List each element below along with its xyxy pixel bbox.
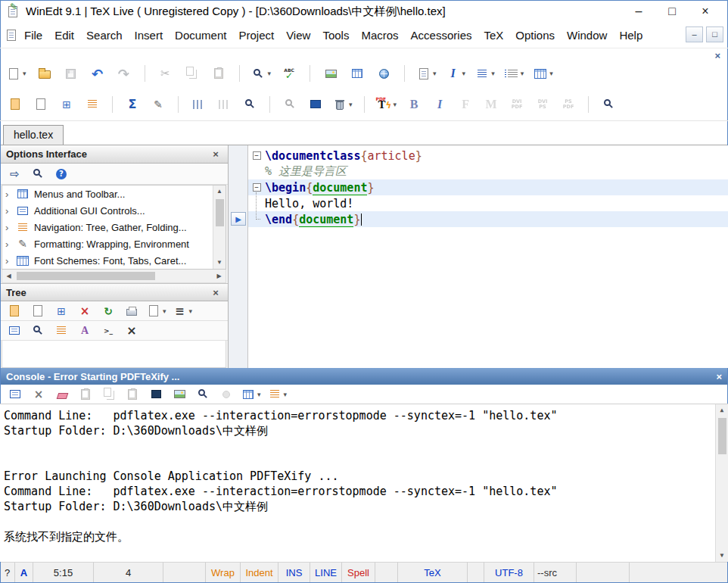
options-list-item[interactable]: ›Menus and Toolbar... bbox=[2, 186, 226, 202]
status-insert-mode[interactable]: INS bbox=[278, 563, 310, 583]
document-snippets-button[interactable]: ▾ bbox=[415, 63, 439, 84]
list-environment-button[interactable]: ▾ bbox=[502, 63, 527, 84]
console-background-button[interactable] bbox=[145, 384, 166, 405]
status-line-mode[interactable]: LINE bbox=[310, 563, 342, 583]
dropdown-arrow-icon[interactable]: ▾ bbox=[349, 101, 353, 108]
options-panel-close-icon[interactable]: × bbox=[210, 148, 222, 160]
tree-new-button[interactable] bbox=[4, 301, 25, 322]
scroll-up-icon[interactable]: ▲ bbox=[213, 186, 226, 198]
options-help-button[interactable]: ? bbox=[51, 164, 72, 185]
menu-view[interactable]: View bbox=[280, 25, 316, 45]
find-in-files-button[interactable] bbox=[239, 94, 260, 115]
tree-close-doc-button[interactable]: × bbox=[121, 320, 142, 341]
dropdown-arrow-icon[interactable]: ▾ bbox=[284, 391, 288, 398]
expander-icon[interactable]: › bbox=[5, 205, 11, 217]
menu-edit[interactable]: Edit bbox=[48, 25, 80, 45]
internet-button[interactable] bbox=[373, 63, 394, 84]
dropdown-arrow-icon[interactable]: ▾ bbox=[549, 70, 553, 77]
console-vertical-scrollbar[interactable]: ▲ ▼ bbox=[715, 404, 728, 562]
duplicate-document-button[interactable] bbox=[30, 94, 51, 115]
status-encoding[interactable]: UTF-8 bbox=[484, 563, 534, 583]
dropdown-arrow-icon[interactable]: ▾ bbox=[394, 101, 397, 108]
dvi-to-ps-button[interactable]: DVIPS bbox=[532, 94, 553, 115]
tree-doc-menu-button[interactable]: ▾ bbox=[145, 301, 169, 322]
tree-refresh-button[interactable]: ↻ bbox=[98, 301, 119, 322]
dvi-to-pdf-button[interactable]: DVIPDF bbox=[506, 94, 527, 115]
insert-template-button[interactable] bbox=[5, 94, 26, 115]
options-search-button[interactable] bbox=[27, 164, 48, 185]
bold-button[interactable]: B bbox=[403, 94, 425, 115]
dropdown-arrow-icon[interactable]: ▾ bbox=[462, 70, 466, 77]
tree-delete-button[interactable]: × bbox=[74, 301, 95, 322]
console-clipboard-button[interactable] bbox=[75, 384, 96, 405]
tree-structure-button[interactable]: ⊞ bbox=[51, 301, 72, 322]
menu-project[interactable]: Project bbox=[232, 25, 280, 45]
console-close-button[interactable]: × bbox=[28, 384, 49, 405]
find-button[interactable]: ▾ bbox=[250, 63, 274, 84]
scroll-down-icon[interactable]: ▼ bbox=[213, 257, 226, 269]
status-help[interactable]: ? bbox=[0, 563, 15, 583]
fold-marker-icon[interactable]: − bbox=[253, 151, 261, 160]
scroll-up-icon[interactable]: ▲ bbox=[716, 404, 728, 416]
console-erase-button[interactable] bbox=[51, 384, 73, 405]
status-column[interactable]: 4 bbox=[94, 563, 163, 583]
menu-file[interactable]: File bbox=[18, 25, 48, 45]
status-document-mode[interactable]: TeX bbox=[398, 563, 468, 583]
console-find-button[interactable] bbox=[192, 384, 213, 405]
options-horizontal-scrollbar[interactable]: ◀ ▶ bbox=[2, 270, 226, 283]
sidebar-toggle-button[interactable]: ▶ bbox=[231, 212, 246, 226]
undo-button[interactable]: ↶ bbox=[87, 63, 108, 84]
active-strings-button[interactable] bbox=[188, 94, 209, 115]
menu-document[interactable]: Document bbox=[169, 25, 232, 45]
scroll-left-icon[interactable]: ◀ bbox=[2, 270, 15, 282]
menu-tex[interactable]: TeX bbox=[478, 25, 509, 45]
redo-button[interactable]: ↷ bbox=[114, 63, 135, 84]
fold-gutter[interactable]: − bbox=[248, 183, 265, 192]
status-src[interactable]: --src bbox=[534, 563, 577, 583]
console-stop-button[interactable] bbox=[216, 384, 237, 405]
options-list-item[interactable]: ›✎Formatting: Wrapping, Environment bbox=[2, 235, 226, 252]
paragraph-environment-button[interactable]: ▾ bbox=[473, 63, 497, 84]
status-wrap[interactable]: Wrap bbox=[206, 563, 241, 583]
status-indent[interactable]: Indent bbox=[241, 563, 278, 583]
menu-insert[interactable]: Insert bbox=[129, 25, 170, 45]
zoom-button[interactable] bbox=[598, 94, 619, 115]
expander-icon[interactable]: › bbox=[5, 189, 11, 200]
preview-button[interactable] bbox=[279, 94, 300, 115]
insert-table-button[interactable] bbox=[347, 63, 368, 84]
erase-output-button[interactable]: ▾ bbox=[331, 94, 355, 115]
tree-options-menu-button[interactable]: ≡▾ bbox=[171, 301, 195, 322]
editor-line[interactable]: −\documentclass{article} bbox=[248, 148, 728, 164]
close-button[interactable]: × bbox=[689, 1, 722, 22]
fold-gutter[interactable]: − bbox=[248, 151, 265, 160]
table-environment-button[interactable]: ▾ bbox=[531, 63, 555, 84]
tree-gather-button[interactable] bbox=[51, 320, 72, 341]
tree-console-button[interactable]: >_ bbox=[98, 320, 119, 341]
console-capture-button[interactable] bbox=[169, 384, 190, 405]
dropdown-arrow-icon[interactable]: ▾ bbox=[257, 391, 261, 398]
paste-button[interactable] bbox=[208, 63, 229, 84]
tree-find-button[interactable] bbox=[27, 320, 48, 341]
ps-to-pdf-button[interactable]: PSPDF bbox=[558, 94, 579, 115]
console-options-button[interactable]: ▾ bbox=[239, 384, 263, 405]
dropdown-arrow-icon[interactable]: ▾ bbox=[189, 307, 193, 315]
dropdown-arrow-icon[interactable]: ▾ bbox=[268, 70, 272, 77]
copy-button[interactable] bbox=[182, 63, 203, 84]
console-application-button[interactable] bbox=[305, 94, 326, 115]
console-charts-button[interactable]: ▾ bbox=[266, 384, 290, 405]
mdi-restore-button[interactable]: □ bbox=[706, 26, 723, 42]
options-list-item[interactable]: ›Font Schemes: Font, Tabs, Caret... bbox=[2, 252, 226, 269]
console-paste-button[interactable] bbox=[122, 384, 143, 405]
open-file-button[interactable] bbox=[34, 63, 55, 84]
command-completion-button[interactable] bbox=[213, 94, 235, 115]
options-list-item[interactable]: ›Additional GUI Controls... bbox=[2, 202, 226, 219]
scrollbar-thumb[interactable] bbox=[216, 199, 224, 226]
menu-search[interactable]: Search bbox=[80, 25, 129, 45]
insert-math-button[interactable]: Σ bbox=[122, 94, 143, 115]
console-log-button[interactable] bbox=[5, 384, 26, 405]
dropdown-arrow-icon[interactable]: ▾ bbox=[491, 70, 495, 77]
document-tree-button[interactable]: ⊞ bbox=[56, 94, 77, 115]
options-vertical-scrollbar[interactable]: ▲ ▼ bbox=[213, 186, 226, 269]
new-document-button[interactable]: ▾ bbox=[5, 63, 29, 84]
footnote-button[interactable]: F bbox=[455, 94, 476, 115]
